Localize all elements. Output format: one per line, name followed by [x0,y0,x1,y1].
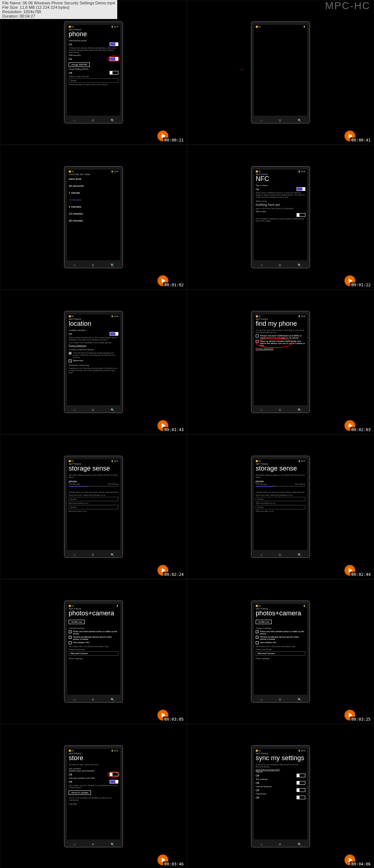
page-title: storage sense [256,465,305,472]
toggle-switch[interactable] [110,332,118,336]
back-icon[interactable]: ◁ [260,408,262,412]
back-icon[interactable]: ◁ [260,843,262,846]
storage-dropdown[interactable]: phone [256,497,305,501]
video-thumbnail[interactable]: 📶 5G 🔋 SETTINGS photos+camerashuffle now… [0,579,187,724]
search-icon[interactable]: 🔍 [111,264,114,267]
checkbox-row[interactable]: Press and hold camera button to wake up … [69,630,118,635]
list-item[interactable]: 1 minute [69,189,118,196]
home-icon[interactable]: ⊞ [92,264,94,267]
home-icon[interactable]: ⊞ [92,408,94,412]
search-icon[interactable]: 🔍 [298,119,301,122]
list-item[interactable]: 30 minutes [69,217,118,224]
search-icon[interactable]: 🔍 [298,698,301,701]
video-thumbnail[interactable]: 📶 5G 🔋 18:45 SETTINGS NFCTap to share On… [187,145,374,290]
toggle-switch[interactable] [110,71,118,75]
home-icon[interactable]: ⊞ [279,408,281,412]
storage-dropdown[interactable]: phone [256,505,305,509]
checkbox-row[interactable]: Use location info [256,641,305,644]
dropdown-input[interactable]: Skype [69,78,118,83]
search-icon[interactable]: 🔍 [111,553,114,556]
camera-app-dropdown[interactable]: Microsoft Camera [69,651,118,656]
search-icon[interactable]: 🔍 [111,843,114,846]
checkbox-row[interactable]: Prevent accidental camera launch when ph… [69,636,118,640]
search-icon[interactable]: 🔍 [298,408,301,412]
video-thumbnail[interactable]: 📶 5G 🔋 18:45 SETTINGS locationLocation s… [0,290,187,434]
back-icon[interactable]: ◁ [73,119,75,122]
home-icon[interactable]: ⊞ [92,843,94,846]
back-icon[interactable]: ◁ [73,553,75,556]
checkbox-row[interactable]: Show icon [69,359,118,362]
shuffle-button[interactable]: shuffle now [69,620,85,624]
toggle-switch[interactable] [110,773,118,776]
search-icon[interactable]: 🔍 [111,119,114,122]
search-icon[interactable]: 🔍 [111,408,114,412]
home-icon[interactable]: ⊞ [279,264,281,267]
toggle-switch[interactable] [297,213,305,217]
action-button[interactable]: check for updates [69,790,91,795]
list-item[interactable]: 30 seconds [69,182,118,189]
checkbox-row[interactable]: Save my phone's location periodically an… [256,340,305,347]
action-button[interactable]: change SIM PIN [69,63,90,67]
back-icon[interactable]: ◁ [260,264,262,267]
list-item[interactable]: 15 minutes [69,210,118,217]
list-item[interactable]: 3 minutes [69,196,118,203]
search-icon[interactable]: 🔍 [298,553,301,556]
camera-app-dropdown[interactable]: Microsoft Camera [256,651,305,656]
checkbox-row[interactable]: Use location info [69,641,118,644]
page-title: find my phone [256,320,305,327]
video-thumbnail[interactable]: 📶 5G 🔋 18:47 SETTINGS storage senseSee w… [187,434,374,579]
home-icon[interactable]: ⊞ [279,553,281,556]
home-icon[interactable]: ⊞ [279,698,281,701]
toggle-switch[interactable] [297,788,305,792]
phone-frame: 📶 5G 🔋 18:53 SETTINGS sync my settingsSy… [251,745,310,848]
video-thumbnail[interactable]: 📶 5G 🔋 SETTINGS photos+camerashuffle now… [187,579,374,724]
video-thumbnail[interactable]: 📶 5G 🔋 18:47 SETTINGS storage senseSee w… [0,434,187,579]
toggle-switch[interactable] [297,796,305,799]
shuffle-button[interactable]: shuffle now [256,620,272,624]
toggle-switch[interactable] [110,57,118,61]
signal-icon: 📶 5G [256,170,261,173]
back-icon[interactable]: ◁ [260,553,262,556]
storage-dropdown[interactable]: phone [69,505,118,509]
toggle-switch[interactable] [297,781,305,785]
video-thumbnail[interactable]: 📶 5G 🔋 18:52 SETTINGS storeGet ideas for… [0,724,187,868]
search-icon[interactable]: 🔍 [111,698,114,701]
video-thumbnail[interactable]: 📶 5G 🔋 18:45 SETTINGS find my phoneYou c… [187,290,374,434]
timestamp: 00:03:25 [350,717,372,722]
back-icon[interactable]: ◁ [260,119,262,122]
back-icon[interactable]: ◁ [73,408,75,412]
back-icon[interactable]: ◁ [73,264,75,267]
phone-screen: 📶 5G 🔋 18:52 SETTINGS storeGet ideas for… [67,749,120,839]
video-thumbnail[interactable]: 📶 5G 🔋 18:53 SETTINGS sync my settingsSy… [187,724,374,868]
checkbox-row[interactable]: Press and hold camera button to wake up … [256,630,305,635]
checkbox-row[interactable]: Always use push notifications (not SMS) … [256,335,305,339]
home-icon[interactable]: ⊞ [279,843,281,846]
link[interactable]: Privacy Statement [256,348,305,350]
video-thumbnail[interactable]: 📶 5G 🔋 18:44 CHOOSE AN ITEMeach time30 s… [0,145,187,290]
back-icon[interactable]: ◁ [73,843,75,846]
toggle-switch[interactable] [110,42,118,46]
toggle-switch[interactable] [297,774,305,777]
toggle-switch[interactable] [297,187,305,191]
link[interactable]: Privacy Statement [69,344,118,347]
search-icon[interactable]: 🔍 [298,264,301,267]
search-icon[interactable]: 🔍 [298,843,301,846]
list-item[interactable]: 5 minutes [69,203,118,210]
back-icon[interactable]: ◁ [73,698,75,701]
phone-nav-bar: ◁ ⊞ 🔍 [65,842,122,847]
signal-icon: 📶 5G [69,605,74,607]
checkbox-row[interactable]: Prevent accidental camera launch when ph… [256,636,305,640]
video-thumbnail[interactable]: → 📶 5G 🔋 ◁ ⊞ 🔍 00:00:41 [187,0,374,145]
radio-row[interactable]: You'll see this icon whenever an app req… [69,352,118,358]
back-icon[interactable]: ◁ [260,698,262,701]
page-title: phone [69,31,118,37]
home-icon[interactable]: ⊞ [279,119,281,122]
storage-dropdown[interactable]: phone [69,497,118,501]
list-item[interactable]: each time [69,176,118,182]
video-thumbnail[interactable]: 📶 5G 🔋 18:44 SETTINGS phoneInternational… [0,0,187,145]
toggle-switch[interactable] [110,780,118,784]
home-icon[interactable]: ⊞ [92,698,94,701]
phone-screen: 📶 5G 🔋 18:45 SETTINGS find my phoneYou c… [254,314,307,405]
home-icon[interactable]: ⊞ [92,553,94,556]
home-icon[interactable]: ⊞ [92,119,94,122]
